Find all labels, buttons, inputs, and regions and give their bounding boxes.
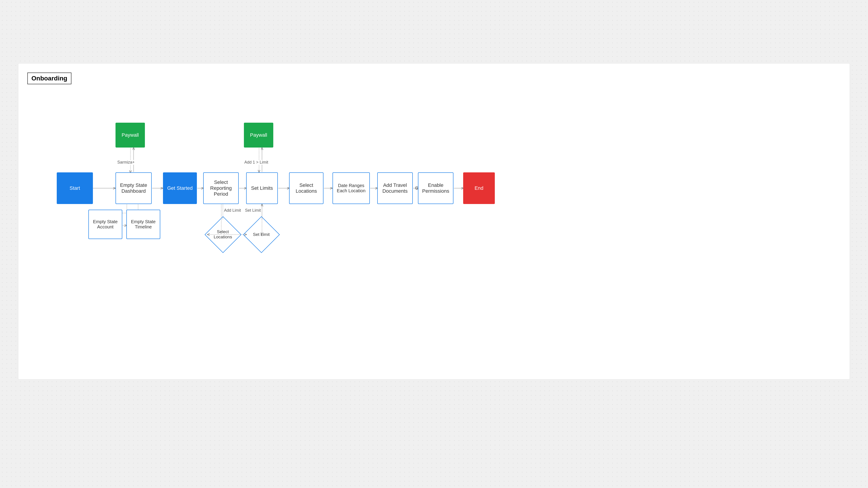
paywall-2-node[interactable]: Paywall: [244, 123, 273, 148]
add-limit-label: Add Limit: [224, 208, 241, 213]
set-limit-edge-label: Set Limit: [245, 208, 261, 213]
main-container: Onboarding: [18, 63, 850, 380]
diagram-area: Start Empty State Dashboard Paywall Sarm…: [27, 93, 841, 364]
add1-limit-label: Add 1 > Limit: [244, 160, 268, 165]
set-limits-node[interactable]: Set Limits: [246, 172, 278, 204]
empty-state-dashboard-node[interactable]: Empty State Dashboard: [116, 172, 152, 204]
add-travel-documents-node[interactable]: Add Travel Documents: [377, 172, 413, 204]
select-reporting-period-node[interactable]: Select Reporting Period: [203, 172, 239, 204]
date-ranges-node[interactable]: Date Ranges Each Location: [333, 172, 370, 204]
sarmiza-label: Sarmiza+: [117, 160, 135, 165]
enable-permissions-node[interactable]: Enable Permissions: [418, 172, 454, 204]
page-title: Onboarding: [27, 72, 71, 84]
set-limit-diamond-node[interactable]: Set Limit: [247, 220, 276, 249]
get-started-node[interactable]: Get Started: [163, 172, 197, 204]
empty-state-timeline-node[interactable]: Empty State Timeline: [126, 210, 160, 239]
select-locations-diamond-node[interactable]: Select Locations: [208, 220, 238, 249]
start-node[interactable]: Start: [57, 172, 93, 204]
select-locations-node[interactable]: Select Locations: [289, 172, 323, 204]
paywall-1-node[interactable]: Paywall: [116, 123, 145, 148]
empty-state-account-node[interactable]: Empty State Account: [88, 210, 122, 239]
end-node[interactable]: End: [463, 172, 495, 204]
